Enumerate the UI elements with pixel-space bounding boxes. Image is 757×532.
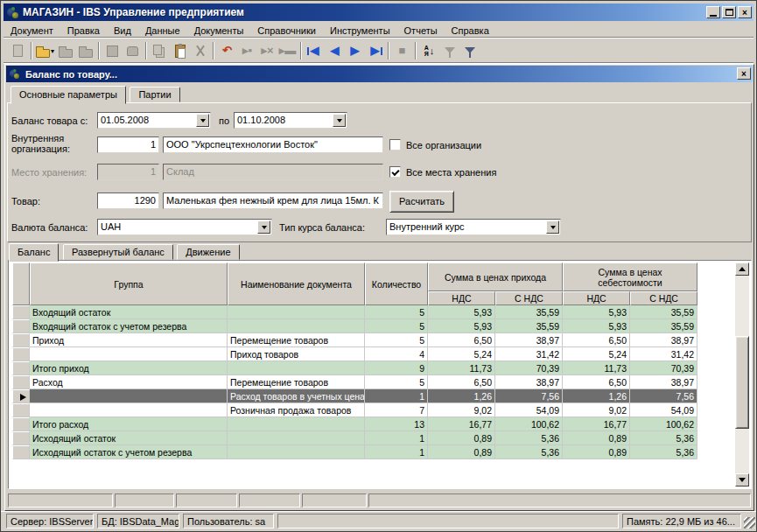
- cell-doc[interactable]: Перемещение товаров: [228, 333, 365, 347]
- cell-qty[interactable]: 13: [365, 417, 428, 431]
- cell-c2[interactable]: 35,59: [495, 305, 563, 319]
- cell-c3[interactable]: 16,77: [563, 417, 630, 431]
- cell-c3[interactable]: 6,50: [563, 333, 630, 347]
- cell-group[interactable]: Исходящий остаток: [30, 431, 228, 445]
- scrollbar-thumb[interactable]: [735, 336, 749, 429]
- cell-group[interactable]: Исходящий остаток с учетом резерва: [30, 445, 228, 459]
- minimize-button[interactable]: [706, 6, 720, 18]
- cell-c4[interactable]: 7,56: [630, 389, 697, 403]
- tab-movement[interactable]: Движение: [177, 244, 239, 260]
- cell-doc[interactable]: [228, 361, 365, 375]
- cell-c4[interactable]: 5,36: [630, 431, 697, 445]
- scroll-down-button[interactable]: [735, 473, 749, 486]
- cell-c3[interactable]: 9,02: [563, 403, 630, 417]
- cell-c1[interactable]: 16,77: [428, 417, 495, 431]
- column-header-cost[interactable]: Сумма в ценах себестоимости: [563, 262, 697, 291]
- cell-qty[interactable]: 1: [365, 431, 428, 445]
- cell-group[interactable]: [30, 389, 228, 403]
- cell-qty[interactable]: 9: [365, 361, 428, 375]
- menu-item[interactable]: Справочники: [250, 24, 323, 37]
- cell-doc[interactable]: [228, 431, 365, 445]
- cell-doc[interactable]: [228, 417, 365, 431]
- cell-c1[interactable]: 0,89: [428, 445, 495, 459]
- cell-c1[interactable]: 5,93: [428, 319, 495, 333]
- cell-c3[interactable]: 0,89: [563, 445, 630, 459]
- nav-last-button[interactable]: ▶: [365, 41, 385, 60]
- cell-c3[interactable]: 0,89: [563, 431, 630, 445]
- cell-doc[interactable]: Приход товаров: [228, 347, 365, 361]
- cell-c1[interactable]: 6,50: [428, 375, 495, 389]
- table-row[interactable]: Входящий остаток с учетом резерва55,9335…: [12, 319, 697, 333]
- cell-doc[interactable]: Розничная продажа товаров: [228, 403, 365, 417]
- table-row[interactable]: Расход товаров в учетных ценах11,267,561…: [12, 389, 697, 403]
- cell-c4[interactable]: 31,42: [630, 347, 697, 361]
- cell-c2[interactable]: 54,09: [495, 403, 563, 417]
- table-row[interactable]: РасходПеремещение товаров56,5038,976,503…: [12, 375, 697, 389]
- cell-c3[interactable]: 6,50: [563, 375, 630, 389]
- close-button[interactable]: ×: [738, 6, 752, 18]
- tab-batches[interactable]: Партии: [130, 87, 179, 102]
- cell-c2[interactable]: 100,62: [495, 417, 563, 431]
- cell-c4[interactable]: 5,36: [630, 445, 697, 459]
- nav-prior-button[interactable]: ◀: [325, 41, 345, 60]
- sort-button[interactable]: А Я↓: [419, 41, 439, 60]
- column-header-doc[interactable]: Наименование документа: [228, 262, 365, 305]
- cell-qty[interactable]: 7: [365, 403, 428, 417]
- undo-button[interactable]: ↶: [217, 41, 237, 60]
- column-header-qty[interactable]: Количество: [365, 262, 428, 305]
- cell-group[interactable]: Приход: [30, 333, 228, 347]
- column-header-withvat1[interactable]: С НДС: [495, 291, 563, 305]
- cell-doc[interactable]: [228, 305, 365, 319]
- cell-c4[interactable]: 35,59: [630, 305, 697, 319]
- column-header-group[interactable]: Группа: [30, 262, 228, 305]
- cell-group[interactable]: Итого расход: [30, 417, 228, 431]
- resize-grip[interactable]: [744, 517, 755, 528]
- tab-main-parameters[interactable]: Основные параметры: [11, 86, 126, 104]
- column-header-income[interactable]: Сумма в ценах прихода: [428, 262, 563, 291]
- maximize-button[interactable]: [722, 6, 736, 18]
- cell-c3[interactable]: 5,93: [563, 305, 630, 319]
- table-row[interactable]: Исходящий остаток с учетом резерва10,895…: [12, 445, 697, 459]
- menu-item[interactable]: Справка: [445, 24, 496, 37]
- cell-qty[interactable]: 5: [365, 375, 428, 389]
- cell-c1[interactable]: 1,26: [428, 389, 495, 403]
- cell-c2[interactable]: 31,42: [495, 347, 563, 361]
- cell-c4[interactable]: 35,59: [630, 319, 697, 333]
- cell-c4[interactable]: 38,97: [630, 375, 697, 389]
- cell-doc[interactable]: [228, 445, 365, 459]
- open-button[interactable]: ▾: [35, 41, 55, 60]
- cell-c2[interactable]: 5,36: [495, 445, 563, 459]
- table-row[interactable]: ПриходПеремещение товаров56,5038,976,503…: [12, 333, 697, 347]
- tab-balance[interactable]: Баланс: [9, 243, 59, 262]
- cell-doc[interactable]: Расход товаров в учетных ценах: [228, 389, 365, 403]
- vertical-scrollbar[interactable]: [735, 262, 749, 486]
- cell-group[interactable]: [30, 403, 228, 417]
- cell-c2[interactable]: 35,59: [495, 319, 563, 333]
- cell-doc[interactable]: [228, 319, 365, 333]
- cell-qty[interactable]: 4: [365, 347, 428, 361]
- menu-item[interactable]: Инструменты: [323, 24, 397, 37]
- cell-group[interactable]: Расход: [30, 375, 228, 389]
- paste-button[interactable]: [170, 41, 190, 60]
- cell-group[interactable]: Входящий остаток: [30, 305, 228, 319]
- cell-c3[interactable]: 11,73: [563, 361, 630, 375]
- cell-c4[interactable]: 38,97: [630, 333, 697, 347]
- cell-c2[interactable]: 7,56: [495, 389, 563, 403]
- cell-c4[interactable]: 70,39: [630, 361, 697, 375]
- cell-c3[interactable]: 5,24: [563, 347, 630, 361]
- cell-c4[interactable]: 54,09: [630, 403, 697, 417]
- cell-c3[interactable]: 5,93: [563, 319, 630, 333]
- cell-doc[interactable]: Перемещение товаров: [228, 375, 365, 389]
- menu-item[interactable]: Правка: [60, 24, 107, 37]
- tab-detailed-balance[interactable]: Развернутый баланс: [63, 244, 173, 260]
- cell-group[interactable]: [30, 347, 228, 361]
- cell-c1[interactable]: 6,50: [428, 333, 495, 347]
- scroll-up-button[interactable]: [735, 262, 749, 276]
- chevron-down-icon[interactable]: ▾: [51, 47, 54, 55]
- cell-c2[interactable]: 5,36: [495, 431, 563, 445]
- cell-c2[interactable]: 70,39: [495, 361, 563, 375]
- table-row[interactable]: Итого приход911,7370,3911,7370,39: [12, 361, 697, 375]
- table-row[interactable]: Приход товаров45,2431,425,2431,42: [12, 347, 697, 361]
- cell-c2[interactable]: 38,97: [495, 375, 563, 389]
- menu-item[interactable]: Документы: [187, 24, 251, 37]
